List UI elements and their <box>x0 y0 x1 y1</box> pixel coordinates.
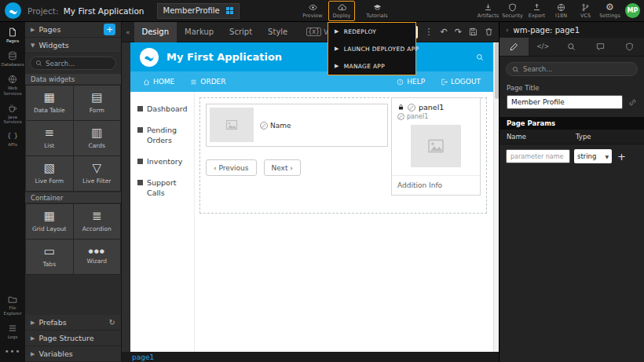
file-explorer-folder-icon <box>8 294 17 304</box>
bind-link-icon[interactable] <box>628 98 637 107</box>
tab-markup[interactable]: Markup <box>177 22 221 42</box>
menu-item-redeploy[interactable]: ▶ REDEPLOY <box>328 23 415 40</box>
widget-label: Data Table <box>34 107 65 114</box>
widget-live-filter[interactable]: ▽ Live Filter <box>74 156 121 191</box>
panel1-widget[interactable]: panel1 panel1 <box>391 97 481 196</box>
page-title-input[interactable] <box>507 95 623 109</box>
tab-markup-props[interactable]: </> <box>529 38 558 56</box>
nav-order-label: ORDER <box>200 78 225 86</box>
page-structure-section-header[interactable]: ▶ Page Structure <box>25 331 121 346</box>
page-tab-page1[interactable]: page1 <box>132 353 154 361</box>
canvas-toolbar: « Design Markup Script Style {x} Va <box>122 22 499 42</box>
canvas-scrollbar[interactable] <box>493 42 499 352</box>
widget-list[interactable]: ≡ List <box>26 121 73 155</box>
next-button[interactable]: Next › <box>264 159 301 176</box>
widget-cards[interactable]: ▥ Cards <box>74 121 121 155</box>
preview-button[interactable]: Preview <box>299 0 326 22</box>
api-braces-icon: { } <box>7 132 18 141</box>
user-avatar[interactable]: MP <box>625 3 640 18</box>
side-item-inventory[interactable]: Inventory <box>130 157 194 166</box>
tab-search-props[interactable] <box>558 38 587 56</box>
list-item-name-label[interactable]: Name <box>260 108 291 143</box>
list-widget[interactable]: Name <box>206 104 388 147</box>
tab-script[interactable]: Script <box>221 22 260 42</box>
image-icon <box>427 137 445 155</box>
refresh-icon[interactable]: ↻ <box>109 318 115 327</box>
form-icon: ▤ <box>91 92 102 104</box>
vcs-button[interactable]: VCS <box>573 0 598 22</box>
param-row: string ▼ + <box>499 144 644 168</box>
widget-live-form[interactable]: ▧ Live Form <box>26 156 73 191</box>
nav-item-logout[interactable]: LOGOUT <box>441 78 481 86</box>
deploy-button[interactable]: Deploy <box>328 1 355 21</box>
widget-label: Form <box>90 107 104 114</box>
tab-properties[interactable] <box>499 38 529 56</box>
widgets-section-header[interactable]: ▼ Widgets <box>25 38 121 53</box>
rail-item-file-explorer[interactable]: File Explorer <box>0 291 25 320</box>
image-icon <box>225 119 238 131</box>
i18n-button[interactable]: I18N <box>549 0 573 22</box>
side-item-dashboard[interactable]: Dashboard <box>130 104 194 114</box>
tab-label: Script <box>229 27 252 36</box>
panel1-header[interactable]: panel1 <box>392 98 480 112</box>
studio-logo[interactable] <box>5 2 21 19</box>
menu-item-manage-app[interactable]: ▶ MANAGE APP <box>328 57 415 75</box>
collapse-left-panel-icon[interactable]: « <box>122 28 134 36</box>
nav-item-order[interactable]: ORDER <box>190 78 225 86</box>
preview-app-header[interactable]: My First Application <box>130 42 493 71</box>
undo-icon[interactable]: ↶ <box>441 27 448 37</box>
side-item-support-calls[interactable]: Support Calls <box>130 178 194 198</box>
rail-item-logs[interactable]: Logs <box>0 320 25 344</box>
delete-icon[interactable] <box>485 27 493 36</box>
panel1-image-placeholder[interactable] <box>411 125 461 167</box>
tutorials-button[interactable]: Tutorials <box>362 0 392 22</box>
artifacts-button[interactable]: Artifacts <box>476 0 500 22</box>
nav-item-help[interactable]: HELP <box>397 78 425 86</box>
design-canvas[interactable]: My First Application HOME ORD <box>130 42 493 352</box>
previous-button[interactable]: ‹ Previous <box>206 159 257 176</box>
export-button[interactable]: Export <box>525 0 549 22</box>
menu-item-launch-deployed-app[interactable]: ▶ LAUNCH DEPLOYED APP <box>328 40 415 57</box>
tab-label: Design <box>142 27 170 36</box>
widget-tabs[interactable]: ▭ Tabs <box>26 240 73 274</box>
tab-comments[interactable] <box>586 38 615 56</box>
widget-wizard[interactable]: ●●● Wizard <box>74 240 121 274</box>
rail-item-java-services[interactable]: Java Services <box>0 101 25 130</box>
column-type: Type <box>576 133 591 141</box>
variables-section-header[interactable]: ▶ Variables <box>25 346 121 362</box>
widget-data-table[interactable]: ▦ Data Table <box>26 86 73 120</box>
pages-grid-icon[interactable] <box>226 7 233 14</box>
rail-item-pages[interactable]: Pages <box>0 24 25 48</box>
rail-item-databases[interactable]: Databases <box>0 48 25 71</box>
side-item-pending-orders[interactable]: Pending Orders <box>130 126 194 145</box>
prefabs-section-header[interactable]: ▶ Prefabs ↻ <box>25 315 121 331</box>
nav-item-home[interactable]: HOME <box>143 78 174 86</box>
properties-search-input[interactable] <box>523 65 631 73</box>
scrollbar-thumb[interactable] <box>495 42 499 99</box>
security-button[interactable]: Security <box>500 0 525 22</box>
tab-style[interactable]: Style <box>260 22 295 42</box>
add-param-button[interactable]: + <box>617 151 626 163</box>
pages-section-header[interactable]: ▶ Pages + <box>25 22 121 38</box>
save-icon[interactable] <box>469 27 478 36</box>
redo-icon[interactable]: ↷ <box>455 27 462 37</box>
param-type-select[interactable]: string ▼ <box>574 149 612 163</box>
page-selector[interactable]: MemberProfile <box>157 3 240 19</box>
widget-accordion[interactable]: ≣ Accordion <box>74 204 121 239</box>
preview-search-icon[interactable] <box>476 53 484 61</box>
more-options-icon[interactable]: ⋮ <box>425 27 434 37</box>
widget-grid-layout[interactable]: ▦ Grid Layout <box>26 204 73 239</box>
launch-deployed-app-label: LAUNCH DEPLOYED APP <box>344 46 419 53</box>
tab-design[interactable]: Design <box>134 22 177 42</box>
widgets-search-input[interactable] <box>46 60 111 68</box>
right-panel-header[interactable]: › wm-page: page1 <box>499 22 644 38</box>
settings-button[interactable]: ⚙ Settings <box>598 0 622 22</box>
param-name-input[interactable] <box>506 149 570 163</box>
rail-item-more[interactable]: ••• <box>0 344 25 360</box>
rail-item-web-services[interactable]: Web Services <box>0 71 25 101</box>
widget-label: Wizard <box>86 258 107 265</box>
tab-security-props[interactable] <box>615 38 644 56</box>
add-page-button[interactable]: + <box>104 24 115 35</box>
widget-form[interactable]: ▤ Form <box>74 86 121 120</box>
rail-item-apis[interactable]: { } APIs <box>0 129 25 152</box>
